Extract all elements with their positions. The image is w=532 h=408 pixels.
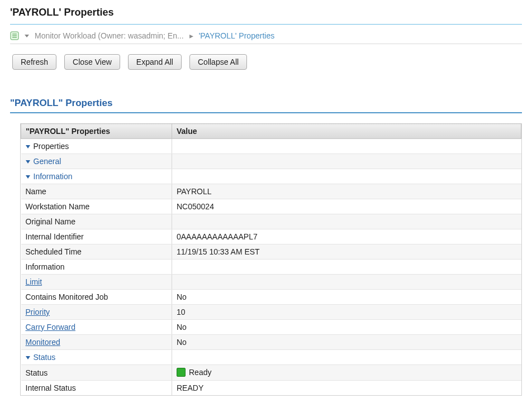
title-divider <box>10 24 522 25</box>
row-value-internal-status: READY <box>172 381 521 396</box>
limit-link[interactable]: Limit <box>26 277 42 286</box>
caret-down-icon <box>26 175 30 179</box>
row-value-status: Ready <box>172 365 521 381</box>
chevron-right-icon: ▸ <box>189 31 193 40</box>
tree-node-properties[interactable]: Properties <box>21 139 172 154</box>
row-label-information: Information <box>21 260 172 275</box>
priority-link[interactable]: Priority <box>26 308 50 316</box>
row-value-limit <box>172 275 521 290</box>
caret-down-icon <box>26 145 30 148</box>
row-value-contains-monitored: No <box>172 290 521 305</box>
close-view-button[interactable]: Close View <box>64 54 120 70</box>
row-value-workstation: NC050024 <box>172 199 521 214</box>
row-label-internal-status: Internal Status <box>21 381 172 396</box>
column-header-value: Value <box>172 124 521 139</box>
breadcrumb-menu-caret[interactable] <box>25 35 29 37</box>
row-value-internal-id: 0AAAAAAAAAAAAPL7 <box>172 229 521 244</box>
row-label-carry-forward[interactable]: Carry Forward <box>21 320 172 335</box>
section-title: "PAYROLL" Properties <box>10 98 522 109</box>
row-label-internal-id: Internal Identifier <box>21 229 172 244</box>
row-value-scheduled-time: 11/19/15 10:33 AM EST <box>172 244 521 260</box>
row-value-priority: 10 <box>172 305 521 320</box>
monitored-link[interactable]: Monitored <box>26 338 60 347</box>
toolbar: Refresh Close View Expand All Collapse A… <box>12 54 522 70</box>
workload-icon <box>10 31 19 40</box>
carry-forward-link[interactable]: Carry Forward <box>26 323 75 332</box>
breadcrumb-current: 'PAYROLL' Properties <box>199 31 275 40</box>
expand-all-button[interactable]: Expand All <box>128 54 182 70</box>
row-label-priority[interactable]: Priority <box>21 305 172 320</box>
row-label-workstation: Workstation Name <box>21 199 172 214</box>
tree-node-information[interactable]: Information <box>21 169 172 184</box>
breadcrumb-trail[interactable]: Monitor Workload (Owner: wasadmin; En... <box>35 31 184 40</box>
row-value-name: PAYROLL <box>172 184 521 199</box>
row-label-status: Status <box>21 365 172 381</box>
row-value-original-name <box>172 214 521 229</box>
row-value-carry-forward: No <box>172 320 521 335</box>
collapse-all-button[interactable]: Collapse All <box>189 54 247 70</box>
column-header-property: "PAYROLL" Properties <box>21 124 172 139</box>
tree-node-status[interactable]: Status <box>21 350 172 365</box>
row-label-name: Name <box>21 184 172 199</box>
caret-down-icon <box>26 160 30 164</box>
caret-down-icon <box>26 356 30 359</box>
row-label-limit[interactable]: Limit <box>21 275 172 290</box>
properties-table: "PAYROLL" Properties Value Properties Ge… <box>20 123 522 396</box>
tree-node-general[interactable]: General <box>21 154 172 169</box>
row-value-monitored: No <box>172 335 521 350</box>
row-label-scheduled-time: Scheduled Time <box>21 244 172 260</box>
section-divider <box>10 112 522 113</box>
page-title: 'PAYROLL' Properties <box>10 7 522 18</box>
status-ready-icon <box>177 368 186 377</box>
row-label-monitored[interactable]: Monitored <box>21 335 172 350</box>
breadcrumb: Monitor Workload (Owner: wasadmin; En...… <box>10 29 522 44</box>
row-value-information <box>172 260 521 275</box>
refresh-button[interactable]: Refresh <box>12 54 56 70</box>
row-label-original-name: Original Name <box>21 214 172 229</box>
row-label-contains-monitored: Contains Monitored Job <box>21 290 172 305</box>
